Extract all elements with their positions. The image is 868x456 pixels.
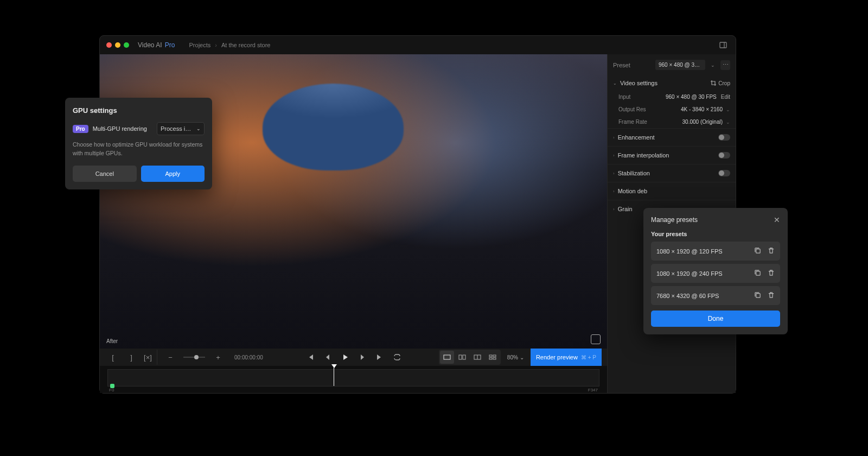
input-edit-link[interactable]: Edit [721,94,730,100]
output-res-label: Output Res [618,106,646,112]
preset-label: Preset [613,62,630,68]
zoom-in-icon[interactable]: + [210,350,226,365]
app-title: Video AI Pro [138,41,175,49]
apply-button[interactable]: Apply [141,166,205,182]
chevron-right-icon: › [613,135,615,140]
render-preview-button[interactable]: Render preview ⌘ + P [531,349,602,366]
view-grid-icon[interactable] [486,351,500,364]
step-forward-icon[interactable] [355,350,370,365]
mark-out-icon[interactable]: ] [124,350,139,365]
multi-gpu-label: Multi-GPU rendering [93,125,152,132]
zoom-slider[interactable] [183,357,205,358]
copy-icon[interactable] [754,269,761,277]
preset-item-label: 7680 × 4320 @ 60 FPS [656,293,719,299]
breadcrumb-root[interactable]: Projects [189,42,211,48]
chevron-down-icon: ⌄ [196,126,201,131]
copy-icon[interactable] [754,292,761,300]
play-icon[interactable] [337,350,353,365]
trash-icon[interactable] [768,292,775,300]
fullscreen-icon[interactable] [591,334,601,344]
svg-rect-4 [463,355,465,359]
zoom-out-icon[interactable]: − [163,350,178,365]
gpu-dialog-desc: Choose how to optimize GPU workload for … [73,141,205,158]
svg-rect-2 [444,355,450,359]
svg-rect-7 [489,355,492,357]
copy-icon[interactable] [754,247,761,255]
trash-icon[interactable] [768,269,775,277]
svg-rect-11 [756,249,760,253]
step-back-icon[interactable] [320,350,335,365]
enhancement-row[interactable]: › Enhancement [608,128,736,146]
enhancement-toggle[interactable] [718,134,730,141]
frame-rate-label: Frame Rate [618,119,647,125]
preset-dropdown[interactable]: 960 × 480 @ 30 F… [655,60,705,70]
preset-item-label: 1080 × 1920 @ 240 FPS [656,270,723,277]
chevron-right-icon: › [613,189,615,194]
timeline-track[interactable]: F0 F347 [107,369,599,387]
preset-item-label: 1080 × 1920 @ 120 FPS [656,248,723,255]
svg-rect-10 [493,358,496,359]
panel-toggle-icon[interactable] [717,39,729,51]
frame-interp-row[interactable]: › Frame interpolation [608,146,736,164]
gpu-settings-dialog: GPU settings Pro Multi-GPU rendering Pro… [65,98,212,189]
skip-forward-icon[interactable] [372,350,387,365]
gpu-dialog-title: GPU settings [73,106,205,115]
chevron-right-icon: › [215,42,217,48]
output-res-dropdown[interactable]: 4K - 3840 × 2160 [681,106,723,112]
minimize-window-button[interactable] [115,42,120,48]
cancel-button[interactable]: Cancel [73,166,137,182]
chevron-down-icon: ⌄ [726,119,730,125]
breadcrumb: Projects › At the record store [189,42,271,48]
view-single-icon[interactable] [440,351,454,364]
svg-rect-9 [489,358,492,359]
svg-rect-3 [459,355,462,359]
view-split-icon[interactable] [470,351,484,364]
close-icon[interactable]: ✕ [774,216,780,224]
breadcrumb-current: At the record store [221,42,271,48]
mark-in-icon[interactable]: [ [105,350,120,365]
preset-item[interactable]: 1080 × 1920 @ 120 FPS [651,242,780,261]
motion-deb-row[interactable]: › Motion deb [608,182,736,200]
done-button[interactable]: Done [651,311,780,327]
frame-interp-toggle[interactable] [718,152,730,159]
stabilization-row[interactable]: › Stabilization [608,164,736,182]
maximize-window-button[interactable] [124,42,129,48]
chevron-right-icon: › [613,171,615,176]
popover-title: Manage presets [651,216,698,224]
chevron-down-icon: ⌄ [613,81,617,86]
app-window: Video AI Pro Projects › At the record st… [99,35,736,394]
shortcut-label: ⌘ + P [581,354,596,360]
chevron-down-icon: ⌄ [520,354,524,360]
svg-rect-8 [493,355,496,357]
stabilization-toggle[interactable] [718,170,730,176]
timecode: 00:00:00:00 [234,354,263,360]
loop-icon[interactable] [390,350,405,365]
popover-subhead: Your presets [651,231,780,237]
close-window-button[interactable] [106,42,112,48]
input-value: 960 × 480 @ 30 FPS [666,94,717,100]
skip-back-icon[interactable] [303,350,318,365]
transport-bar: [ ] [×] − + 00:00:00:00 [100,349,607,366]
gpu-mode-dropdown[interactable]: Process i… ⌄ [157,122,205,135]
view-side-icon[interactable] [455,351,469,364]
trash-icon[interactable] [768,247,775,255]
clear-marks-icon[interactable]: [×] [142,350,157,365]
playhead[interactable] [334,368,334,386]
svg-rect-12 [756,271,760,275]
zoom-percent[interactable]: 80%⌄ [507,354,524,360]
titlebar: Video AI Pro Projects › At the record st… [100,36,736,54]
after-label: After [106,338,118,344]
window-controls [106,42,129,48]
svg-rect-13 [756,294,760,297]
timeline[interactable]: F0 F347 [100,366,607,393]
preset-item[interactable]: 1080 × 1920 @ 240 FPS [651,264,780,283]
chevron-right-icon: › [613,153,615,158]
crop-button[interactable]: Crop [711,80,730,86]
preset-more-icon[interactable]: ⋯ [720,60,730,70]
chevron-down-icon: ⌄ [711,62,715,68]
video-settings-header[interactable]: ⌄ Video settings Crop [608,75,736,91]
view-mode-group [439,350,501,365]
timeline-end-frame: F347 [588,388,598,392]
preset-item[interactable]: 7680 × 4320 @ 60 FPS [651,286,780,305]
frame-rate-dropdown[interactable]: 30.000 (Original) [682,119,723,125]
